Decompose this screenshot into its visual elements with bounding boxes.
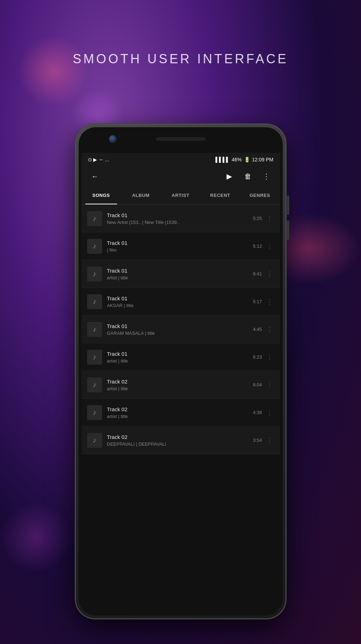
play-button[interactable]: ▶ <box>222 169 237 183</box>
song-info: Track 01 New Artist (153.. | New Title (… <box>107 212 250 225</box>
song-title: Track 01 <box>107 295 250 301</box>
song-subtitle: GARAM MASALA | title <box>107 331 250 336</box>
volume-up-button[interactable] <box>287 195 289 215</box>
play-icon: ▶ <box>227 172 232 181</box>
song-note-icon: ♪ <box>87 294 102 309</box>
status-left: ⊙ ▶ ↔ ... <box>88 157 109 162</box>
back-icon: ← <box>91 172 99 181</box>
bg-decoration-1 <box>18 36 89 107</box>
song-subtitle: artist | title <box>107 414 250 419</box>
song-info: Track 01 | film <box>107 240 250 253</box>
toolbar: ← ▶ 🗑 ⋮ <box>81 166 280 186</box>
song-more-icon[interactable]: ⋮ <box>265 380 274 390</box>
song-title: Track 01 <box>107 240 250 246</box>
tab-album[interactable]: ALBUM <box>121 186 161 204</box>
song-duration: 6:23 <box>253 354 262 360</box>
song-item[interactable]: ♪ Track 01 New Artist (153.. | New Title… <box>81 205 280 232</box>
song-duration: 5:12 <box>253 243 262 249</box>
song-title: Track 01 <box>107 212 250 218</box>
delete-button[interactable]: 🗑 <box>241 169 255 183</box>
song-more-icon[interactable]: ⋮ <box>265 407 274 418</box>
song-more-icon[interactable]: ⋮ <box>265 352 274 363</box>
song-subtitle: artist | title <box>107 386 250 391</box>
screen-content: ← ▶ 🗑 ⋮ <box>81 166 280 590</box>
song-title: Track 02 <box>107 379 250 385</box>
phone-mockup: ⊙ ▶ ↔ ... ▌▌▌▌ 46% 🔋 12:09 PM ← <box>76 124 286 618</box>
song-info: Track 01 GARAM MASALA | title <box>107 323 250 336</box>
song-duration: 4:45 <box>253 327 262 332</box>
song-title: Track 01 <box>107 268 250 274</box>
song-info: Track 01 AKSAR | title <box>107 295 250 308</box>
song-more-icon[interactable]: ⋮ <box>265 241 274 252</box>
tab-bar: SONGS ALBUM ARTIST RECENT GENRES <box>81 186 280 205</box>
signal-icon: ▌▌▌▌ <box>216 157 230 162</box>
song-item[interactable]: ♪ Track 02 DEEPPAVALI | DEEPPAVALI 3:54 … <box>81 426 280 454</box>
bg-decoration-4 <box>0 502 71 573</box>
song-subtitle: artist | title <box>107 358 250 364</box>
speaker <box>156 137 206 141</box>
song-duration: 5:17 <box>253 299 262 304</box>
back-button[interactable]: ← <box>88 169 102 183</box>
song-info: Track 01 artist | title <box>107 268 250 280</box>
song-subtitle: | film <box>107 247 250 253</box>
camera-icon <box>109 135 117 143</box>
battery-icon: 🔋 <box>244 157 250 162</box>
more-icon: ⋮ <box>263 172 270 181</box>
song-info: Track 02 artist | title <box>107 406 250 419</box>
song-item[interactable]: ♪ Track 01 artist | title 6:23 ⋮ <box>81 343 280 371</box>
page-title: SMOOTH USER INTERFACE <box>0 52 361 66</box>
battery-level: 46% <box>232 157 242 162</box>
song-info: Track 01 artist | title <box>107 351 250 364</box>
song-info: Track 02 DEEPPAVALI | DEEPPAVALI <box>107 434 250 447</box>
status-right: ▌▌▌▌ 46% 🔋 12:09 PM <box>216 157 274 162</box>
song-more-icon[interactable]: ⋮ <box>265 324 274 335</box>
song-more-icon[interactable]: ⋮ <box>265 296 274 307</box>
song-duration: 3:54 <box>253 438 262 443</box>
status-bar: ⊙ ▶ ↔ ... ▌▌▌▌ 46% 🔋 12:09 PM <box>81 153 280 166</box>
phone-inner: ⊙ ▶ ↔ ... ▌▌▌▌ 46% 🔋 12:09 PM ← <box>79 127 283 616</box>
song-title: Track 02 <box>107 406 250 412</box>
song-note-icon: ♪ <box>87 211 102 226</box>
song-duration: 4:38 <box>253 410 262 415</box>
song-note-icon: ♪ <box>87 322 102 337</box>
song-item[interactable]: ♪ Track 01 AKSAR | title 5:17 ⋮ <box>81 288 280 316</box>
song-note-icon: ♪ <box>87 433 102 448</box>
song-item[interactable]: ♪ Track 02 artist | title 6:04 ⋮ <box>81 371 280 399</box>
tab-genres[interactable]: GENRES <box>240 186 280 204</box>
phone-outer: ⊙ ▶ ↔ ... ▌▌▌▌ 46% 🔋 12:09 PM ← <box>76 124 286 618</box>
song-subtitle: DEEPPAVALI | DEEPPAVALI <box>107 441 250 447</box>
song-note-icon: ♪ <box>87 267 102 281</box>
song-more-icon[interactable]: ⋮ <box>265 435 274 446</box>
song-subtitle: AKSAR | title <box>107 303 250 308</box>
screen: ⊙ ▶ ↔ ... ▌▌▌▌ 46% 🔋 12:09 PM ← <box>81 153 280 590</box>
song-duration: 6:04 <box>253 382 262 387</box>
song-duration: 6:41 <box>253 271 262 277</box>
song-more-icon[interactable]: ⋮ <box>265 213 274 224</box>
tab-songs[interactable]: SONGS <box>81 186 121 204</box>
song-info: Track 02 artist | title <box>107 379 250 391</box>
tab-recent[interactable]: RECENT <box>200 186 240 204</box>
song-subtitle: New Artist (153.. | New Title (1539.. <box>107 220 250 225</box>
song-duration: 5:25 <box>253 216 262 221</box>
song-item[interactable]: ♪ Track 01 | film 5:12 ⋮ <box>81 232 280 260</box>
song-note-icon: ♪ <box>87 377 102 392</box>
song-item[interactable]: ♪ Track 01 artist | title 6:41 ⋮ <box>81 260 280 288</box>
song-subtitle: artist | title <box>107 275 250 280</box>
song-title: Track 02 <box>107 434 250 440</box>
song-note-icon: ♪ <box>87 350 102 365</box>
song-more-icon[interactable]: ⋮ <box>265 269 274 279</box>
song-title: Track 01 <box>107 351 250 357</box>
song-note-icon: ♪ <box>87 405 102 420</box>
song-title: Track 01 <box>107 323 250 329</box>
volume-down-button[interactable] <box>287 220 289 240</box>
more-button[interactable]: ⋮ <box>259 169 274 183</box>
clock: 12:09 PM <box>252 157 274 162</box>
song-item[interactable]: ♪ Track 02 artist | title 4:38 ⋮ <box>81 399 280 426</box>
song-item[interactable]: ♪ Track 01 GARAM MASALA | title 4:45 ⋮ <box>81 316 280 343</box>
notification-icons: ⊙ ▶ ↔ ... <box>88 157 109 162</box>
songs-list: ♪ Track 01 New Artist (153.. | New Title… <box>81 205 280 590</box>
delete-icon: 🗑 <box>244 172 251 181</box>
song-note-icon: ♪ <box>87 239 102 254</box>
tab-artist[interactable]: ARTIST <box>161 186 201 204</box>
